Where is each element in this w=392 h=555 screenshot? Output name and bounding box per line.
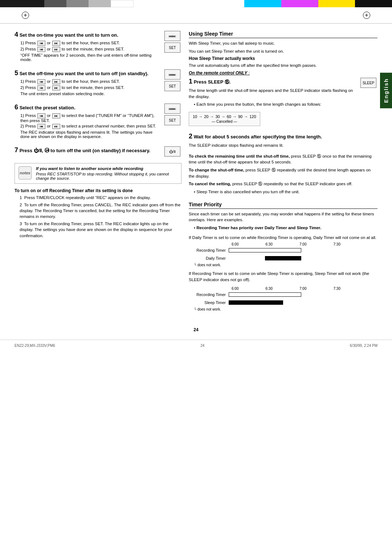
step-5-text-block: 5 Set the off-time you want the unit to … <box>15 69 160 97</box>
change-time-text: To change the shut-off time, press SLEEP… <box>189 167 377 179</box>
remote-only-bold: ONLY <box>236 70 247 76</box>
step-5-num: 5 <box>15 69 18 77</box>
sleep-timer-intro-2: You can set Sleep Timer when the unit is… <box>189 48 377 54</box>
chart-1-recording-bar <box>229 248 301 252</box>
step-4-text-block: 4 Set the on-time you want the unit to t… <box>15 31 160 63</box>
chart-2-recording-label: Recording Timer <box>189 292 229 297</box>
seq-20: 20 <box>204 114 208 119</box>
chart-2: 6:00 6:30 7:00 7:30 Recording Timer Slee… <box>189 287 377 311</box>
chart-1-daily-label: Daily Timer <box>189 256 229 260</box>
main-content: 4 Set the on-time you want the unit to t… <box>0 24 392 325</box>
notes-content: If you want to listen to another source … <box>36 166 177 181</box>
sleep-icon: SLEEP <box>360 78 376 88</box>
step-6-section: 6 Select the preset station. 1) Press ⏮ … <box>15 104 181 140</box>
seq-90: 90 <box>238 114 242 119</box>
seq-arrow-4: → <box>233 114 237 119</box>
seq-arrow-3: → <box>221 114 225 119</box>
chart-2-sleep-bar-area <box>229 299 338 306</box>
right-column: Using Sleep Timer With Sleep Timer, you … <box>189 31 377 318</box>
chart-1-does-not-work: does not work. <box>194 263 377 267</box>
step-7-heading: 7 Press ⏻/Ⅱ, ⑭ to turn off the unit (on … <box>15 146 160 154</box>
step-5-with-icon: 5 Set the off-time you want the unit to … <box>15 69 181 97</box>
seq-120: 120 <box>249 114 256 119</box>
step-4-item-1: 1) Press ⏮ or ⏭ to set the hour, then pr… <box>20 41 160 46</box>
step-4-section: 4 Set the on-time you want the unit to t… <box>15 31 181 63</box>
step-5-heading: 5 Set the off-time you want the unit to … <box>15 69 160 77</box>
sleep-timer-section: Using Sleep Timer With Sleep Timer, you … <box>189 31 377 195</box>
step-4-num: 4 <box>15 31 18 38</box>
chart-2-recording-row: Recording Timer <box>189 291 377 298</box>
chart-2-time-axis: 6:00 6:30 7:00 7:30 <box>232 287 340 291</box>
step-6-num: 6 <box>15 104 18 111</box>
step-6-item-1: 1) Press ⏮ or ⏭ to select the band (“TUN… <box>20 113 160 123</box>
reg-mark-left <box>22 12 29 19</box>
chart-1-recording-bar-area <box>229 247 338 254</box>
axis2-730: 7:30 <box>334 287 340 291</box>
chart-2-sleep-label: Sleep Timer <box>189 300 229 305</box>
chart-1-title: If Daily Timer is set to come on while R… <box>189 235 377 241</box>
color-swatch-cyan <box>244 0 281 7</box>
sleep-step-1-with-icon: 1 Press SLEEP ⑮. The time length until t… <box>189 78 377 130</box>
change-time-bold: To change the shut-off time, <box>189 168 244 172</box>
check-time-text: To check the remaining time until the sh… <box>189 153 377 165</box>
step-4-icon-block: ⏮⏭ SET <box>163 31 181 53</box>
registration-row <box>0 7 392 24</box>
step-6-item-2: 2) Press ⏮ or ⏭ to select a preset chann… <box>20 124 160 129</box>
sleep-step-2-text: 2 Wait for about 5 seconds after specify… <box>189 133 377 150</box>
footer-center: 24 <box>200 344 204 348</box>
notes-bold-text: If you want to listen to another source … <box>36 166 177 171</box>
axis2-600: 6:00 <box>232 287 238 291</box>
remote-only-text: On the remote control <box>189 70 236 76</box>
footer-right: 6/30/99, 2:24 PM <box>350 344 377 348</box>
turn-on-off-item-2: 2 To turn off the Recording Timer, press… <box>20 202 181 219</box>
axis-630: 6:30 <box>266 242 273 246</box>
axis2-700: 7:00 <box>299 287 306 291</box>
page-number: 24 <box>0 327 392 332</box>
step-5-item-2: 2) Press ⏮ or ⏭ to set the minute, then … <box>20 85 160 90</box>
chart-2-sleep-row: Sleep Timer <box>189 299 377 306</box>
color-swatch-magenta <box>281 0 318 7</box>
chart-1: If Daily Timer is set to come on while R… <box>189 235 377 267</box>
chart-1-time-axis: 6:00 6:30 7:00 7:30 <box>232 242 340 246</box>
sleep-step-1-body-1: The time length until the shut-off time … <box>189 88 356 100</box>
cancel-text: To cancel the setting, press SLEEP ⑮ rep… <box>189 181 377 187</box>
step-6-title: Select the preset station. <box>20 105 75 110</box>
cancel-bold: To cancel the setting, <box>189 182 231 186</box>
cancel-body: press SLEEP ⑮ repeatedly so that the SLE… <box>232 182 352 186</box>
check-time-bold: To check the remaining time until the sh… <box>189 154 290 158</box>
chart-1-daily-bar-area <box>229 255 338 262</box>
color-swatch-black <box>0 0 44 7</box>
turn-on-off-section: To turn on or off Recording Timer after … <box>15 188 181 239</box>
axis-600: 6:00 <box>232 242 238 246</box>
sleep-step-2-num: 2 <box>189 133 192 140</box>
timer-priority-section: Timer Priority Since each timer can be s… <box>189 202 377 311</box>
step-4-with-icon: 4 Set the on-time you want the unit to t… <box>15 31 181 63</box>
sleep-sequence-diagram: 10 → 20 → 30 → 60 → 90 → 120 — Canc <box>189 112 260 126</box>
sleep-step-2-title: Wait for about 5 seconds after specifyin… <box>194 134 322 139</box>
timer-priority-heading: Timer Priority <box>189 202 377 209</box>
sleep-timer-heading: Using Sleep Timer <box>189 31 377 38</box>
sleep-step-1-icon: SLEEP <box>359 78 377 88</box>
sleep-step-2-heading: 2 Wait for about 5 seconds after specify… <box>189 133 377 140</box>
sleep-step-1-heading: 1 Press SLEEP ⑮. <box>189 78 356 85</box>
step-6-item-3: The REC indicator stops flashing and rem… <box>20 130 160 139</box>
sleep-seq-row: 10 → 20 → 30 → 60 → 90 → 120 <box>193 114 256 119</box>
color-swatch-mgray <box>66 0 89 7</box>
header-color-bar <box>0 0 392 7</box>
chart-2-recording-bar-area <box>229 291 338 298</box>
step-7-section: 7 Press ⏻/Ⅱ, ⑭ to turn off the unit (on … <box>15 146 181 157</box>
step-5-icon-1: ⏮⏭ <box>164 69 180 80</box>
color-swatch-white <box>111 0 134 7</box>
seq-30: 30 <box>216 114 220 119</box>
seq-arrow-2: → <box>210 114 214 119</box>
step-4-title: Set the on-time you want the unit to tur… <box>20 32 118 38</box>
chart-1-daily-row: Daily Timer <box>189 255 377 262</box>
step-6-icon-block: ⏮⏭ SET <box>163 104 181 125</box>
step-7-text-block: 7 Press ⏻/Ⅱ, ⑭ to turn off the unit (on … <box>15 146 160 156</box>
notes-icon-block: notes <box>19 166 32 181</box>
how-sleep-timer-heading: How Sleep Timer actually works <box>189 56 377 61</box>
notes-icon: notes <box>19 166 32 179</box>
step-6-with-icon: 6 Select the preset station. 1) Press ⏮ … <box>15 104 181 140</box>
color-swatch-black2 <box>355 0 392 7</box>
seq-arrow-5: → <box>244 114 248 119</box>
